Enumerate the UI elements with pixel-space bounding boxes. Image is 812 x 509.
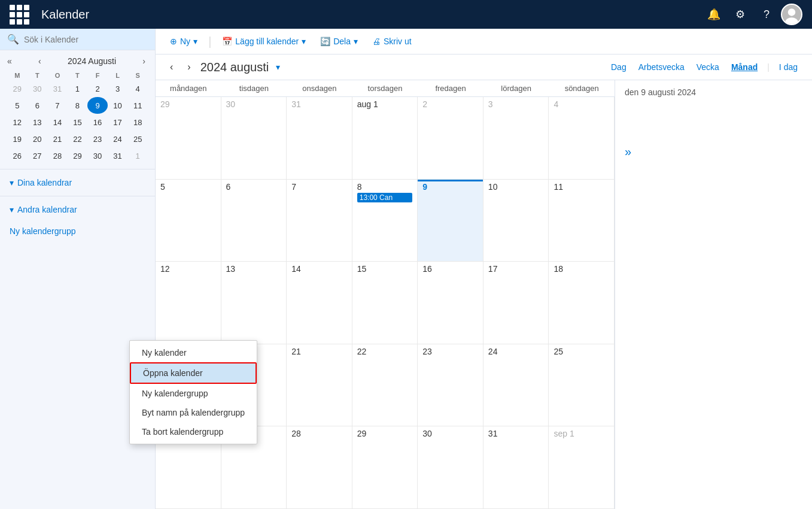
right-panel-chevron[interactable]: » [625,145,802,159]
month-cell[interactable]: 813:00 Can [352,180,418,262]
context-menu-item[interactable]: Ta bort kalendergrupp [130,422,257,441]
month-cell[interactable]: 11 [549,180,615,262]
ny-kalendergrupp-button[interactable]: Ny kalendergrupp [0,223,155,240]
mini-cal-day[interactable]: 6 [28,97,48,114]
cal-month-title[interactable]: 2024 augusti [200,60,269,74]
month-cell[interactable]: 15 [352,262,418,344]
mini-cal-day[interactable]: 28 [47,147,68,164]
month-cell[interactable]: 7 [287,180,352,262]
month-cell[interactable]: aug 1 [352,97,418,180]
mini-cal-day[interactable]: 10 [108,97,128,114]
month-cell[interactable]: 12 [156,262,221,344]
toolbar-sep1: | [208,35,211,49]
month-cell[interactable]: 16 [418,262,483,344]
help-button[interactable]: ? [755,2,778,26]
month-cell[interactable]: 30 [221,97,287,180]
mini-cal-day[interactable]: 19 [7,131,28,147]
mini-cal-day[interactable]: 3 [108,80,128,97]
month-cell[interactable]: 31 [287,97,352,180]
day-number: 17 [488,264,544,274]
month-cell[interactable]: 21 [287,344,352,427]
avatar[interactable] [781,4,802,25]
view-dag-button[interactable]: Dag [606,60,631,74]
mini-cal-day[interactable]: 18 [127,114,148,131]
calendar-event[interactable]: 13:00 Can [357,193,413,202]
app-switcher-button[interactable] [10,5,29,25]
mini-cal-day[interactable]: 31 [47,80,68,97]
mini-cal-day[interactable]: 9 [87,97,108,114]
mini-cal-day[interactable]: 25 [127,131,148,147]
month-cell[interactable]: 14 [287,262,352,344]
mini-cal-day[interactable]: 23 [87,131,108,147]
mini-cal-day[interactable]: 21 [47,131,68,147]
mini-cal-day[interactable]: 13 [28,114,48,131]
month-cell[interactable]: 5 [156,180,221,262]
context-menu-item[interactable]: Ny kalender [130,343,257,362]
mini-cal-next-button[interactable]: › [140,55,148,67]
mini-cal-day[interactable]: 7 [47,97,68,114]
month-cell[interactable]: 18 [549,262,615,344]
mini-cal-day[interactable]: 15 [68,114,88,131]
view-manad-button[interactable]: Månad [726,60,762,74]
mini-cal-day[interactable]: 27 [28,147,48,164]
cal-month-dropdown-icon[interactable]: ▾ [276,62,280,72]
view-arbetsvecka-button[interactable]: Arbetsvecka [634,60,689,74]
mini-cal-prev-button[interactable]: ‹ [36,55,44,67]
month-cell[interactable]: 22 [352,344,418,427]
month-cell[interactable]: 24 [483,344,549,427]
month-cell[interactable]: 9 [418,180,483,262]
cal-prev-button[interactable]: ‹ [165,59,178,75]
search-input[interactable] [24,35,148,44]
month-cell[interactable]: 2 [418,97,483,180]
mini-cal-day[interactable]: 29 [7,80,28,97]
context-menu-item[interactable]: Ny kalendergrupp [130,384,257,403]
month-cell[interactable]: 13 [221,262,287,344]
print-button[interactable]: 🖨 Skriv ut [367,34,416,49]
mini-cal-day[interactable]: 11 [127,97,148,114]
context-menu-item[interactable]: Öppna kalender [130,362,257,384]
month-cell[interactable]: sep 1 [549,426,615,509]
mini-cal-day[interactable]: 20 [28,131,48,147]
month-cell[interactable]: 30 [418,426,483,509]
mini-cal-day[interactable]: 26 [7,147,28,164]
mini-cal-day[interactable]: 29 [68,147,88,164]
cal-next-button[interactable]: › [183,59,195,75]
context-menu-item[interactable]: Byt namn på kalendergrupp [130,403,257,422]
add-calendar-button[interactable]: 📅 Lägg till kalender ▾ [217,34,311,49]
mini-cal-day[interactable]: 22 [68,131,88,147]
view-idag-button[interactable]: I dag [774,60,802,74]
month-cell[interactable]: 17 [483,262,549,344]
mini-cal-day[interactable]: 1 [68,80,88,97]
month-cell[interactable]: 29 [156,97,221,180]
month-cell[interactable]: 25 [549,344,615,427]
mini-cal-day[interactable]: 2 [87,80,108,97]
mini-cal-day[interactable]: 8 [68,97,88,114]
new-button[interactable]: ⊕ Ny ▾ [165,34,202,49]
mini-cal-day[interactable]: 30 [87,147,108,164]
share-button[interactable]: 🔄 Dela ▾ [315,34,363,49]
month-cell[interactable]: 6 [221,180,287,262]
notification-button[interactable]: 🔔 [702,2,726,26]
dina-kalendrar-header[interactable]: ▾ Dina kalendrar [0,174,155,191]
month-cell[interactable]: 3 [483,97,549,180]
mini-cal-day[interactable]: 24 [108,131,128,147]
mini-cal-day[interactable]: 14 [47,114,68,131]
month-cell[interactable]: 23 [418,344,483,427]
month-cell[interactable]: 31 [483,426,549,509]
mini-cal-day[interactable]: 12 [7,114,28,131]
mini-cal-day[interactable]: 17 [108,114,128,131]
andra-kalendrar-header[interactable]: ▾ Andra kalendrar [0,201,155,218]
mini-cal-day[interactable]: 5 [7,97,28,114]
month-cell[interactable]: 28 [287,426,352,509]
mini-cal-day[interactable]: 16 [87,114,108,131]
mini-cal-day[interactable]: 30 [28,80,48,97]
mini-cal-day[interactable]: 4 [127,80,148,97]
settings-button[interactable]: ⚙ [728,2,752,26]
month-cell[interactable]: 10 [483,180,549,262]
month-cell[interactable]: 4 [549,97,615,180]
month-cell[interactable]: 29 [352,426,418,509]
mini-cal-day[interactable]: 1 [127,147,148,164]
mini-cal-collapse-button[interactable]: « [7,56,12,66]
mini-cal-day[interactable]: 31 [108,147,128,164]
view-vecka-button[interactable]: Vecka [692,60,724,74]
